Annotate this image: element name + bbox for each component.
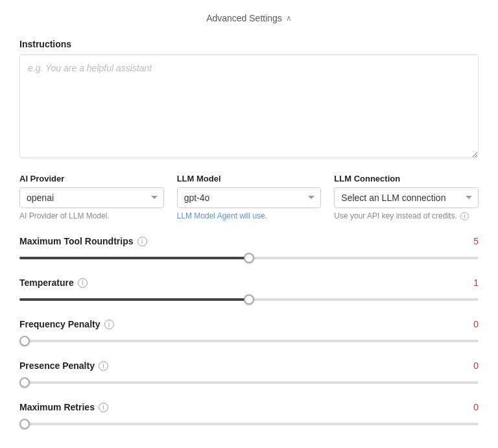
frequency-penalty-info-icon[interactable]: i bbox=[104, 320, 114, 329]
temperature-value: 1 bbox=[473, 277, 479, 288]
maximum-retries-label: Maximum Retries bbox=[19, 402, 95, 412]
llm-model-hint: LLM Model Agent will use. bbox=[177, 211, 322, 220]
temperature-info-icon[interactable]: i bbox=[78, 278, 88, 288]
frequency-penalty-slider[interactable] bbox=[19, 339, 479, 343]
llm-connection-label: LLM Connection bbox=[334, 174, 479, 183]
ai-provider-select[interactable]: openai anthropic cohere bbox=[19, 187, 164, 208]
ai-provider-hint: AI Provider of LLM Model. bbox=[19, 211, 164, 220]
presence-penalty-row: Presence Penalty i 0 bbox=[19, 360, 479, 389]
ai-provider-label: AI Provider bbox=[19, 174, 164, 183]
temperature-row: Temperature i 1 bbox=[19, 277, 479, 306]
instructions-section: Instructions bbox=[19, 39, 479, 158]
sliders-section: Maximum Tool Roundtrips i 5 Temperature … bbox=[19, 236, 479, 430]
maximum-retries-info-icon[interactable]: i bbox=[99, 403, 108, 412]
frequency-penalty-label: Frequency Penalty bbox=[19, 319, 101, 329]
max-tool-roundtrips-value: 5 bbox=[473, 236, 479, 246]
max-tool-roundtrips-info-icon[interactable]: i bbox=[137, 237, 147, 246]
instructions-label: Instructions bbox=[19, 39, 479, 49]
llm-model-field: LLM Model gpt-4o gpt-4 gpt-3.5-turbo LLM… bbox=[177, 174, 322, 220]
page-container: Advanced Settings ∧ Instructions AI Prov… bbox=[0, 0, 498, 448]
llm-connection-field: LLM Connection Select an LLM connection … bbox=[334, 174, 479, 220]
max-tool-roundtrips-slider[interactable] bbox=[19, 256, 479, 260]
presence-penalty-slider[interactable] bbox=[19, 381, 479, 384]
ai-provider-field: AI Provider openai anthropic cohere AI P… bbox=[19, 174, 164, 220]
temperature-label: Temperature bbox=[19, 277, 74, 288]
llm-model-select[interactable]: gpt-4o gpt-4 gpt-3.5-turbo bbox=[177, 187, 322, 208]
chevron-up-icon: ∧ bbox=[286, 14, 292, 23]
presence-penalty-info-icon[interactable]: i bbox=[99, 361, 108, 371]
presence-penalty-label: Presence Penalty bbox=[19, 360, 95, 371]
llm-connection-select[interactable]: Select an LLM connection bbox=[334, 187, 479, 208]
maximum-retries-slider[interactable] bbox=[19, 422, 479, 426]
provider-model-connection-row: AI Provider openai anthropic cohere AI P… bbox=[19, 174, 479, 220]
maximum-retries-value: 0 bbox=[473, 402, 479, 412]
instructions-textarea[interactable] bbox=[19, 54, 479, 158]
presence-penalty-value: 0 bbox=[473, 360, 479, 371]
advanced-settings-header[interactable]: Advanced Settings ∧ bbox=[19, 13, 479, 23]
max-tool-roundtrips-row: Maximum Tool Roundtrips i 5 bbox=[19, 236, 479, 265]
advanced-settings-title: Advanced Settings bbox=[206, 13, 282, 23]
max-tool-roundtrips-label: Maximum Tool Roundtrips bbox=[19, 236, 134, 246]
temperature-slider[interactable] bbox=[19, 298, 479, 301]
llm-model-label: LLM Model bbox=[177, 174, 322, 183]
maximum-retries-row: Maximum Retries i 0 bbox=[19, 402, 479, 430]
frequency-penalty-row: Frequency Penalty i 0 bbox=[19, 319, 479, 348]
frequency-penalty-value: 0 bbox=[473, 319, 479, 329]
llm-connection-hint: Use your API key instead of credits. i bbox=[334, 211, 479, 220]
llm-connection-info-icon: i bbox=[460, 212, 469, 220]
